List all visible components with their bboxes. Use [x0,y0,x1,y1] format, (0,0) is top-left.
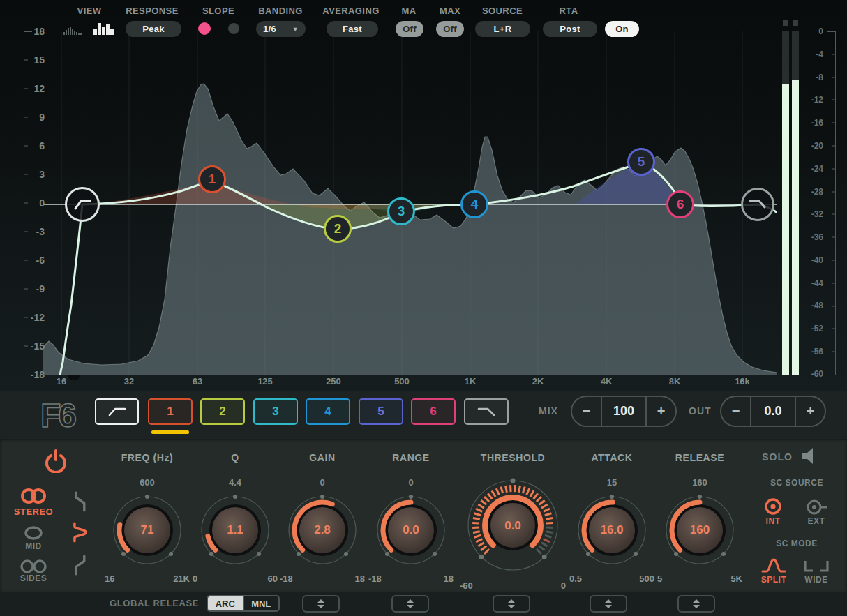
lpf-select-button[interactable] [464,398,509,425]
band-button-number: 6 [430,405,436,419]
band-node-4[interactable]: 4 [460,190,488,218]
max-toggle[interactable]: Off [436,21,464,37]
mnl-option-label: MNL [251,599,271,609]
ma-toggle[interactable]: Off [396,21,423,37]
ma-label: MA [395,6,423,16]
band-node-number: 3 [398,204,405,219]
out-label: OUT [689,405,712,416]
hpf-curve-icon [67,189,98,220]
mid-channel-icon[interactable] [22,525,45,541]
gain-max-label: 18 [355,573,365,584]
rta-on-toggle[interactable]: On [605,21,639,37]
response-mode-button[interactable]: Peak [126,21,181,37]
global-release-mnl-option[interactable]: MNL [243,596,279,610]
spectrum-view-icon[interactable] [92,21,116,36]
mix-value: 100 [613,404,634,419]
threshold-min-label: -60 [460,580,473,591]
global-release-arc-option[interactable]: ARC [208,596,243,610]
meter-db-label: -36 [802,232,823,242]
attack-value: 16.0 [567,523,657,537]
attack-stepper[interactable] [590,595,627,613]
rta-spectrum-fill [43,84,777,375]
averaging-label: AVERAGING [316,6,386,16]
f6-logo: F6 [39,396,102,434]
attack-knob-label: ATTACK [567,452,657,463]
db-tick-label: 0 [28,197,45,209]
band-node-3[interactable]: 3 [387,197,415,225]
threshold-stepper[interactable] [493,595,530,613]
output-meter-right [792,31,799,375]
low-shelf-type-icon[interactable] [70,491,91,512]
band-node-number: 2 [334,221,342,236]
gain-stepper[interactable] [302,595,340,613]
meter-db-label: -44 [802,278,823,288]
attack-max-label: 500 [639,573,654,584]
freq-tick-label: 32 [114,376,144,386]
sc-wide-label[interactable]: WIDE [800,575,833,585]
band-node-1[interactable]: 1 [198,165,226,193]
sc-wide-icon[interactable] [802,558,830,575]
solo-speaker-icon[interactable] [801,446,822,465]
bell-type-icon[interactable] [70,522,91,543]
q-value: 1.1 [190,523,280,537]
sc-ext-label[interactable]: EXT [804,516,829,526]
out-decrement-button[interactable]: − [721,397,750,426]
slope-option-active[interactable] [198,22,211,35]
gain-knob-label: GAIN [277,452,368,463]
band-node-number: 1 [209,172,216,187]
high-shelf-type-icon[interactable] [70,555,91,576]
band-power-button[interactable] [43,448,68,473]
out-increment-button[interactable]: + [796,397,825,426]
banding-dropdown[interactable]: 1/6 ▼ [256,21,306,37]
slope-option-inactive[interactable] [228,23,239,34]
sc-split-icon[interactable] [760,555,787,575]
band-node-6[interactable]: 6 [666,190,694,218]
band-select-1[interactable]: 1 [148,398,193,425]
sc-int-icon[interactable] [763,497,783,516]
rta-bracket-line [587,10,624,19]
mix-decrement-button[interactable]: − [572,397,601,426]
hpf-node[interactable] [65,187,100,222]
band-select-6[interactable]: 6 [411,398,456,425]
source-button[interactable]: L+R [475,21,530,37]
q-min-label: 0 [193,573,197,584]
sc-ext-icon[interactable] [805,498,829,516]
q-max-label: 60 [268,573,278,584]
sc-int-label[interactable]: INT [760,516,786,526]
release-scale-mid: 160 [654,477,745,488]
sc-source-label: SC SOURCE [762,478,832,488]
band-select-5[interactable]: 5 [359,398,403,425]
meter-db-label: -48 [802,301,823,310]
response-label: RESPONSE [117,6,187,16]
freq-knob-label: FREQ (Hz) [102,452,193,463]
band-select-4[interactable]: 4 [306,398,350,425]
rta-routing-button[interactable]: Post [543,21,597,37]
stereo-channel-icon[interactable] [18,487,49,505]
range-max-label: 18 [444,573,454,584]
mix-value-field[interactable]: 100 [601,397,647,426]
sc-split-label[interactable]: SPLIT [758,575,790,585]
band-select-3[interactable]: 3 [253,398,298,425]
db-tick-label: -12 [28,312,45,323]
freq-tick-label: 500 [387,376,417,386]
range-stepper[interactable] [391,595,429,613]
banding-label: BANDING [253,6,308,16]
lpf-node[interactable] [741,188,774,221]
averaging-button[interactable]: Fast [327,21,378,37]
attack-min-label: 0.5 [569,573,582,584]
release-stepper[interactable] [677,595,715,613]
band-node-number: 5 [638,154,645,170]
mix-increment-button[interactable]: + [647,397,675,426]
meter-db-label: -12 [802,95,823,105]
solo-label: SOLO [756,451,798,463]
analyzer-view-icon[interactable] [63,23,84,36]
band-button-number: 5 [377,405,384,419]
hpf-select-button[interactable] [95,398,139,425]
sides-channel-icon[interactable] [18,558,49,575]
meter-db-label: -28 [802,187,823,197]
band-node-2[interactable]: 2 [324,215,352,243]
out-value-field[interactable]: 0.0 [750,397,796,426]
band-node-5[interactable]: 5 [627,148,655,176]
band-select-2[interactable]: 2 [200,398,245,425]
db-tick-label: -6 [28,255,45,266]
